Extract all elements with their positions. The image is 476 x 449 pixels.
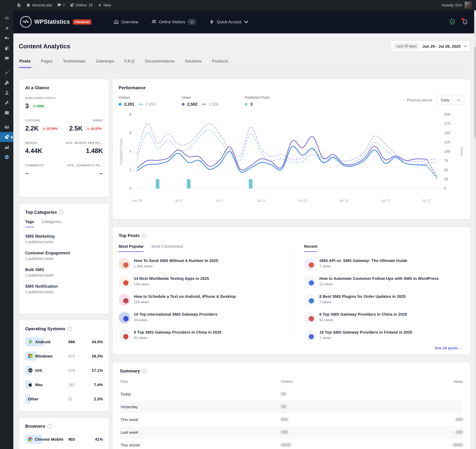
popular-post-item[interactable]: 10 Top International SMS Gateway Provide… (119, 312, 294, 324)
post-views: 7 views (319, 300, 406, 304)
comment-icon (57, 3, 61, 7)
see-all-posts-link[interactable]: See all posts → (435, 346, 463, 350)
tab-gateways[interactable]: Gateways (95, 59, 114, 68)
user-avatar[interactable] (465, 2, 472, 9)
svg-text:150: 150 (444, 131, 450, 135)
wpstatistics-brand[interactable]: WPStatistics PREMIUM (20, 16, 91, 28)
sidebar-item-posts-pin-icon[interactable] (0, 23, 13, 33)
chart-legend: Visitors2,2012,950Views2,5023,306Publish… (119, 96, 464, 107)
sidebar-item-plugins-icon[interactable] (0, 78, 13, 88)
tab-products[interactable]: Products (211, 59, 229, 68)
category-item[interactable]: SMS Notification1 published posts (25, 284, 103, 294)
operating-systems-list: Android98844.9%Windows62328.3%iOS37617.1… (25, 337, 103, 403)
legend-item-published-posts[interactable]: Published Posts3 (245, 96, 270, 107)
home-outline-icon (114, 19, 119, 24)
popular-post-item[interactable]: 6 Top SMS Gateway Providers in China in … (119, 330, 294, 341)
new-content-button[interactable]: New (98, 3, 111, 7)
sidebar-item-analytics-chart-icon[interactable] (0, 142, 13, 152)
info-icon[interactable]: i (142, 369, 147, 373)
metric-name: Android (35, 340, 51, 344)
at-a-glance-title: At a Glance (25, 85, 103, 90)
nav-quick-access[interactable]: Quick Access (210, 19, 249, 24)
recent-post-item[interactable]: 10 Top SMS Gateway Providers in Finland … (304, 330, 464, 341)
sidebar-item-users-icon[interactable] (0, 88, 13, 98)
summary-col-views: Views (442, 379, 463, 384)
sidebar-item-tools-wrench-icon[interactable] (0, 98, 13, 108)
notifications-bell-icon[interactable] (462, 19, 468, 25)
tab-solutions[interactable]: Solutions (184, 59, 202, 68)
sidebar-item-mail-icon[interactable] (0, 122, 13, 132)
tab-documentations[interactable]: Documentations (144, 59, 175, 68)
sidebar-item-comments-icon[interactable] (0, 53, 13, 63)
page-scrollbar[interactable] (474, 10, 476, 449)
summary-row: This month (120, 438, 463, 449)
tab-pages[interactable]: Pages (40, 59, 53, 68)
tab-most-popular[interactable]: Most Popular (119, 244, 144, 252)
summary-row: Today (120, 388, 463, 400)
metric-count: 623 (67, 354, 84, 358)
category-item[interactable]: SMS Marketing2 published posts (25, 234, 103, 244)
post-title: How to Automate Customer Follow-Ups with… (319, 276, 439, 281)
sidebar-item-pages-icon[interactable] (0, 43, 13, 53)
tab-most-commented[interactable]: Most Commented (152, 244, 183, 252)
summary-row: Last week (120, 426, 463, 439)
popular-post-item[interactable]: 14 Best Worldwide Texting Apps in 202513… (119, 276, 294, 288)
info-icon[interactable]: i (142, 233, 146, 238)
blurred-views-value (453, 443, 463, 446)
metric-name: iOS (35, 368, 42, 373)
interval-select[interactable]: Daily (437, 96, 464, 105)
post-views: 7 views (319, 264, 408, 268)
usage-bar: Mac (25, 380, 31, 389)
svg-text:Jul 11: Jul 11 (256, 199, 266, 203)
tab-recent[interactable]: Recent (304, 244, 317, 252)
sidebar-item-appearance-brush-icon[interactable] (0, 68, 13, 78)
tab-testimonials[interactable]: Testimonials (62, 59, 86, 68)
svg-text:Jun 29: Jun 29 (132, 199, 142, 203)
category-item[interactable]: Customer Engagement1 published posts (25, 251, 103, 261)
date-range-picker[interactable]: Last 30 days Jun 29 - Jul 28, 2025 (391, 41, 470, 51)
recent-post-item[interactable]: SMS API vs. SMS Gateway: The Ultimate Gu… (304, 258, 464, 270)
online-visitors-indicator[interactable]: Online: 15 (70, 3, 93, 7)
blurred-views-value (456, 430, 463, 434)
svg-text:Jul 19: Jul 19 (339, 199, 348, 203)
legend-item-visitors[interactable]: Visitors2,2012,950 (119, 96, 156, 107)
recent-post-item[interactable]: 6 Top SMS Gateway Providers in China in … (304, 312, 464, 324)
tab-posts[interactable]: Posts (19, 59, 31, 68)
operating-system-row: Android98844.9% (25, 337, 103, 346)
wordpress-logo-icon[interactable] (17, 3, 21, 7)
sidebar-item-media-icon[interactable] (0, 33, 13, 43)
tab-categories[interactable]: Categories (42, 219, 61, 227)
metric-name: Other (28, 397, 39, 401)
howdy-text[interactable]: Howdy, Erin (442, 3, 462, 7)
post-title: 10 Top International SMS Gateway Provide… (134, 312, 217, 317)
blurred-views-value (456, 417, 463, 421)
sidebar-item-settings-sliders-icon[interactable] (0, 108, 13, 118)
privacy-shield-icon[interactable] (449, 19, 455, 25)
popular-post-item[interactable]: How to Schedule a Text on Android, iPhon… (119, 294, 294, 306)
site-name-link[interactable]: VeronaLabs (26, 3, 52, 7)
post-thumbnail (304, 312, 316, 324)
premium-badge: PREMIUM (73, 19, 91, 24)
recent-post-item[interactable]: 8 Best SMS Plugins for Order Updates in … (304, 294, 464, 306)
info-icon[interactable]: i (59, 210, 64, 215)
category-item[interactable]: Bulk SMS1 published posts (25, 267, 103, 277)
tab-f-a-q[interactable]: F.A.Q (124, 59, 135, 68)
tab-tags[interactable]: Tags (25, 219, 34, 227)
summary-row: This week (120, 413, 463, 426)
post-views: 118 views (134, 300, 236, 304)
info-icon[interactable]: i (47, 424, 52, 428)
legend-item-views[interactable]: Views2,5023,306 (182, 96, 219, 107)
comments-bubble[interactable]: 0 (57, 3, 65, 7)
nav-overview[interactable]: Overview (114, 19, 138, 24)
sidebar-item-dashboard-gauge-icon[interactable] (0, 13, 13, 23)
active-flyout-arrow (11, 136, 12, 138)
nav-online-visitors[interactable]: Online Visitors 2 (152, 19, 196, 25)
popular-post-item[interactable]: How To Send SMS Without A Number In 2025… (119, 258, 294, 270)
words-label: WORDS (25, 141, 42, 144)
sidebar-item-statistics-pie-icon[interactable] (0, 132, 13, 142)
info-icon[interactable]: i (68, 326, 72, 331)
views-delta: ↘ -24.32% (85, 126, 103, 131)
recent-post-item[interactable]: How to Automate Customer Follow-Ups with… (304, 276, 464, 288)
metric-name: Chrome Mobile (35, 437, 63, 442)
sidebar-item-video-play-icon[interactable] (0, 152, 13, 162)
